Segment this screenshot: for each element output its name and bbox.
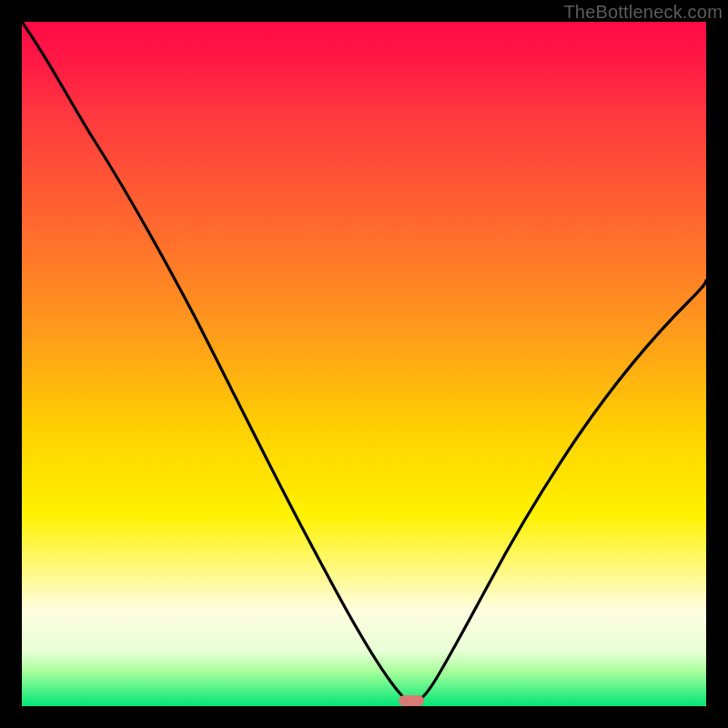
plot-area	[22, 22, 706, 706]
optimal-marker	[399, 695, 424, 706]
watermark-text: TheBottleneck.com	[563, 2, 723, 23]
bottleneck-curve	[22, 22, 706, 706]
curve-path	[22, 22, 706, 703]
chart-frame: TheBottleneck.com	[0, 0, 728, 728]
